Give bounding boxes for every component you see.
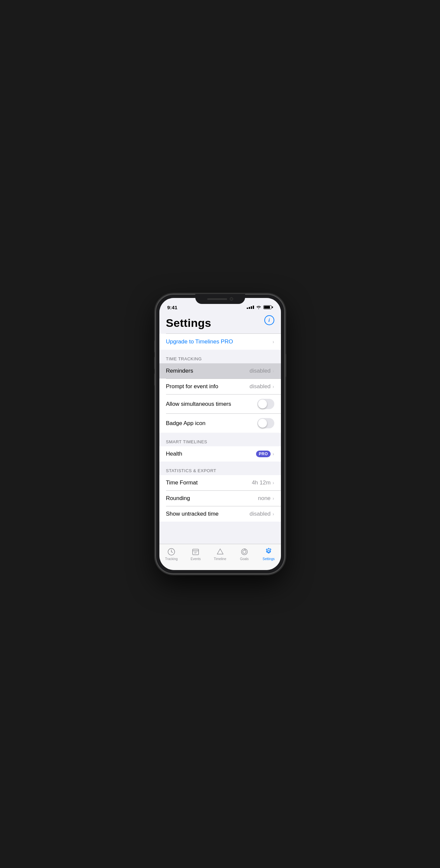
prompt-chevron: › [273, 384, 274, 389]
upgrade-label: Upgrade to Timelines PRO [166, 338, 233, 345]
tab-tracking[interactable]: Tracking [159, 548, 184, 561]
time-format-value: 4h 12m [252, 479, 271, 486]
reminders-chevron: › [273, 368, 274, 374]
reminders-label: Reminders [166, 368, 193, 374]
badge-label: Badge App icon [166, 420, 206, 427]
statistics-group: Time Format 4h 12m › Rounding none › [159, 475, 281, 522]
time-format-row[interactable]: Time Format 4h 12m › [159, 475, 281, 490]
battery-icon [263, 305, 272, 309]
rounding-value: none [258, 495, 271, 502]
svg-line-2 [171, 552, 173, 553]
statistics-header: STATISTICS & EXPORT [159, 462, 281, 475]
pro-badge: PRO [256, 451, 271, 457]
tab-events[interactable]: Events [184, 548, 208, 561]
health-right: PRO › [256, 451, 274, 457]
speaker [207, 298, 227, 300]
health-label: Health [166, 451, 182, 457]
simultaneous-toggle[interactable] [257, 399, 274, 409]
prompt-right: disabled › [250, 383, 274, 390]
status-icons [247, 305, 272, 309]
smart-timelines-group: Health PRO › [159, 446, 281, 462]
tab-settings[interactable]: Settings [256, 548, 281, 561]
phone-screen: 9:41 [159, 298, 281, 570]
smart-timelines-section: SMART TIMELINES Health PRO › [159, 433, 281, 462]
svg-marker-7 [217, 549, 223, 554]
timeline-icon [216, 548, 225, 556]
reminders-right: disabled › [250, 368, 274, 374]
tab-timeline[interactable]: Timeline [208, 548, 232, 561]
statistics-section: STATISTICS & EXPORT Time Format 4h 12m ›… [159, 462, 281, 522]
rounding-chevron: › [273, 496, 274, 501]
rounding-right: none › [258, 495, 274, 502]
untracked-value: disabled [250, 510, 271, 517]
prompt-label: Prompt for event info [166, 383, 218, 390]
time-tracking-group: Reminders disabled › Prompt for event in… [159, 363, 281, 433]
upgrade-row[interactable]: Upgrade to Timelines PRO › [159, 334, 281, 350]
smart-timelines-header: SMART TIMELINES [159, 433, 281, 446]
events-tab-label: Events [190, 557, 201, 561]
prompt-row[interactable]: Prompt for event info disabled › [159, 379, 281, 394]
upgrade-group: Upgrade to Timelines PRO › [159, 334, 281, 350]
bottom-spacer [159, 522, 281, 528]
time-format-chevron: › [273, 480, 274, 486]
goals-icon [240, 548, 249, 556]
svg-point-9 [243, 550, 246, 553]
page-title: Settings [166, 316, 274, 330]
status-time: 9:41 [167, 305, 178, 310]
settings-tab-label: Settings [263, 557, 275, 561]
health-row[interactable]: Health PRO › [159, 446, 281, 462]
time-format-right: 4h 12m › [252, 479, 274, 486]
badge-toggle[interactable] [257, 418, 274, 428]
reminders-row[interactable]: Reminders disabled › [159, 363, 281, 379]
untracked-chevron: › [273, 511, 274, 517]
simultaneous-toggle-thumb [258, 400, 267, 408]
rounding-row[interactable]: Rounding none › [159, 491, 281, 506]
camera [230, 297, 233, 301]
time-tracking-header: TIME TRACKING [159, 350, 281, 363]
screen-content[interactable]: i Settings Upgrade to Timelines PRO › TI… [159, 313, 281, 544]
badge-right [257, 418, 274, 428]
events-icon [191, 548, 200, 556]
signal-icon [247, 306, 254, 309]
untracked-label: Show untracked time [166, 510, 219, 517]
time-format-label: Time Format [166, 479, 198, 486]
simultaneous-label: Allow simultaneous timers [166, 401, 231, 407]
tab-bar: Tracking Events [159, 544, 281, 570]
reminders-value: disabled [250, 368, 271, 374]
goals-tab-label: Goals [240, 557, 249, 561]
tracking-tab-label: Tracking [165, 557, 178, 561]
untracked-right: disabled › [250, 510, 274, 517]
simultaneous-row[interactable]: Allow simultaneous timers [159, 395, 281, 413]
rounding-label: Rounding [166, 495, 190, 502]
untracked-row[interactable]: Show untracked time disabled › [159, 506, 281, 522]
phone-frame: 9:41 [155, 294, 285, 574]
timeline-tab-label: Timeline [214, 557, 226, 561]
info-button[interactable]: i [264, 315, 274, 325]
settings-icon [264, 548, 273, 556]
header-section: i Settings [159, 313, 281, 334]
upgrade-chevron: › [273, 339, 274, 344]
svg-point-8 [241, 549, 247, 555]
simultaneous-right [257, 399, 274, 409]
badge-toggle-thumb [258, 419, 267, 428]
prompt-value: disabled [250, 383, 271, 390]
wifi-icon [256, 305, 261, 309]
health-chevron: › [273, 451, 274, 457]
notch [195, 294, 245, 304]
tab-goals[interactable]: Goals [232, 548, 256, 561]
badge-row[interactable]: Badge App icon [159, 414, 281, 433]
tracking-icon [167, 548, 176, 556]
time-tracking-section: TIME TRACKING Reminders disabled › Promp… [159, 350, 281, 433]
